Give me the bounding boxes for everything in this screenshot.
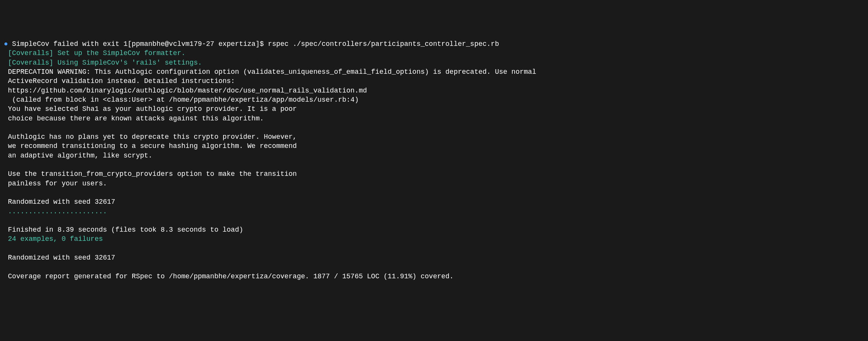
output-line: painless for your users.: [4, 179, 864, 188]
test-results-line: 24 examples, 0 failures: [4, 234, 864, 244]
test-progress-dots: ........................: [4, 207, 864, 216]
deprecation-warning-line: DEPRECATION WARNING: This Authlogic conf…: [4, 67, 864, 76]
output-line: (called from block in <class:User> at /h…: [4, 95, 864, 104]
output-line: an adaptive algorithm, like scrypt.: [4, 151, 864, 160]
blank-line: [4, 160, 864, 169]
coverage-report-line: Coverage report generated for RSpec to /…: [4, 272, 864, 281]
terminal-output[interactable]: ● SimpleCov failed with exit 1[ppmanbhe@…: [4, 39, 864, 281]
blank-line: [4, 244, 864, 253]
blank-line: [4, 262, 864, 271]
prompt-text: SimpleCov failed with exit 1[ppmanbhe@vc…: [8, 40, 268, 48]
coveralls-setup-line: [Coveralls] Set up the SimpleCov formatt…: [4, 49, 864, 58]
blank-line: [4, 123, 864, 132]
output-line: You have selected Sha1 as your authlogic…: [4, 104, 864, 114]
command-text: rspec ./spec/controllers/participants_co…: [268, 40, 499, 48]
finished-line: Finished in 8.39 seconds (files took 8.3…: [4, 225, 864, 234]
seed-line: Randomized with seed 32617: [4, 253, 864, 262]
coveralls-settings-line: [Coveralls] Using SimpleCov's 'rails' se…: [4, 58, 864, 67]
output-line: choice because there are known attacks a…: [4, 114, 864, 123]
blank-line: [4, 188, 864, 197]
output-line: ActiveRecord validation instead. Detaile…: [4, 76, 864, 86]
terminal-line: ● SimpleCov failed with exit 1[ppmanbhe@…: [4, 39, 864, 49]
output-line: Use the transition_from_crypto_providers…: [4, 169, 864, 179]
url-line: https://github.com/binarylogic/authlogic…: [4, 86, 864, 95]
blank-line: [4, 216, 864, 225]
output-line: Authlogic has no plans yet to deprecate …: [4, 132, 864, 141]
bullet-icon: ●: [4, 40, 8, 48]
seed-line: Randomized with seed 32617: [4, 197, 864, 206]
output-line: we recommend transitioning to a secure h…: [4, 141, 864, 151]
